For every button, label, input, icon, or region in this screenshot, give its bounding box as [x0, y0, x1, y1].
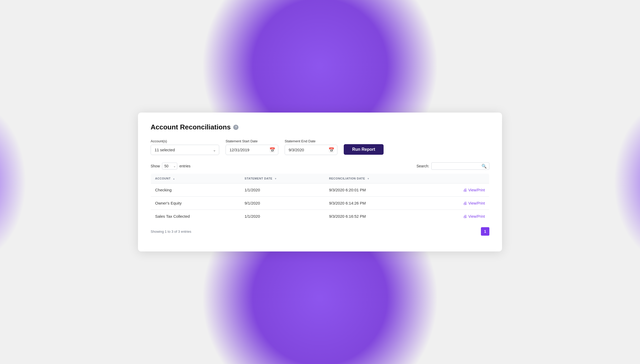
- end-date-label: Statement End Date: [285, 139, 337, 143]
- table-row: Checking 1/1/2020 9/3/2020 6:20:01 PM 🖨 …: [151, 183, 489, 197]
- cell-action: 🖨 View/Print: [426, 183, 489, 197]
- cell-reconciliation-date: 9/3/2020 6:14:26 PM: [325, 197, 426, 210]
- main-card: Account Reconciliations ? Account(s) 11 …: [138, 113, 502, 251]
- start-date-filter-group: Statement Start Date 📅: [226, 139, 278, 155]
- cell-reconciliation-date: 9/3/2020 6:16:52 PM: [325, 210, 426, 223]
- reconciliation-date-sort-icon: ▼: [367, 177, 369, 180]
- page-title: Account Reconciliations: [151, 123, 231, 131]
- view-print-link[interactable]: 🖨 View/Print: [463, 188, 485, 192]
- printer-icon: 🖨: [463, 214, 467, 219]
- accounts-select-wrapper: 11 selected ⌄: [151, 145, 219, 155]
- printer-icon: 🖨: [463, 201, 467, 205]
- page-title-row: Account Reconciliations ?: [151, 123, 489, 131]
- end-date-wrapper: 📅: [285, 145, 337, 155]
- accounts-filter-group: Account(s) 11 selected ⌄: [151, 139, 219, 155]
- show-label: Show: [151, 164, 160, 168]
- col-statement-date-label: STATEMENT DATE: [245, 177, 272, 180]
- cell-statement-date: 9/1/2020: [240, 197, 325, 210]
- cell-action: 🖨 View/Print: [426, 197, 489, 210]
- view-print-link[interactable]: 🖨 View/Print: [463, 201, 485, 205]
- table-row: Sales Tax Collected 1/1/2020 9/3/2020 6:…: [151, 210, 489, 223]
- view-print-link[interactable]: 🖨 View/Print: [463, 214, 485, 219]
- start-date-input[interactable]: [226, 145, 278, 155]
- cell-account: Sales Tax Collected: [151, 210, 241, 223]
- filters-row: Account(s) 11 selected ⌄ Statement Start…: [151, 139, 489, 155]
- col-reconciliation-date[interactable]: RECONCILIATION DATE ▼: [325, 174, 426, 183]
- search-label: Search:: [417, 164, 429, 168]
- help-icon[interactable]: ?: [233, 125, 238, 130]
- entries-select[interactable]: 10 25 50 100: [162, 163, 177, 169]
- search-wrapper: 🔍: [431, 162, 489, 170]
- accounts-select[interactable]: 11 selected: [151, 145, 219, 155]
- statement-date-sort-icon: ▼: [274, 177, 277, 180]
- cell-statement-date: 1/1/2020: [240, 210, 325, 223]
- data-table: ACCOUNT ▲ STATEMENT DATE ▼ RECONCILIATIO…: [151, 173, 489, 223]
- table-row: Owner's Equity 9/1/2020 9/3/2020 6:14:26…: [151, 197, 489, 210]
- search-row: Search: 🔍: [417, 162, 489, 170]
- col-account[interactable]: ACCOUNT ▲: [151, 174, 241, 183]
- col-reconciliation-date-label: RECONCILIATION DATE: [329, 177, 365, 180]
- table-header: ACCOUNT ▲ STATEMENT DATE ▼ RECONCILIATIO…: [151, 174, 489, 183]
- cell-reconciliation-date: 9/3/2020 6:20:01 PM: [325, 183, 426, 197]
- show-entries-group: Show 10 25 50 100 ⌄ entries: [151, 163, 190, 169]
- showing-text: Showing 1 to 3 of 3 entries: [151, 230, 191, 234]
- col-action: [426, 174, 489, 183]
- table-controls: Show 10 25 50 100 ⌄ entries Search: 🔍: [151, 162, 489, 170]
- cell-statement-date: 1/1/2020: [240, 183, 325, 197]
- accounts-label: Account(s): [151, 139, 219, 143]
- page-1-button[interactable]: 1: [481, 227, 489, 236]
- col-statement-date[interactable]: STATEMENT DATE ▼: [240, 174, 325, 183]
- col-account-label: ACCOUNT: [155, 177, 171, 180]
- search-input[interactable]: [431, 162, 489, 170]
- end-date-filter-group: Statement End Date 📅: [285, 139, 337, 155]
- cell-account: Owner's Equity: [151, 197, 241, 210]
- pagination: 1: [481, 227, 489, 236]
- cell-action: 🖨 View/Print: [426, 210, 489, 223]
- cell-account: Checking: [151, 183, 241, 197]
- account-sort-icon: ▲: [173, 177, 175, 180]
- run-report-button[interactable]: Run Report: [344, 144, 384, 155]
- printer-icon: 🖨: [463, 188, 467, 192]
- entries-label: entries: [179, 164, 190, 168]
- table-footer: Showing 1 to 3 of 3 entries 1: [151, 227, 489, 236]
- end-date-input[interactable]: [285, 145, 337, 155]
- table-body: Checking 1/1/2020 9/3/2020 6:20:01 PM 🖨 …: [151, 183, 489, 223]
- start-date-label: Statement Start Date: [226, 139, 278, 143]
- entries-select-wrapper: 10 25 50 100 ⌄: [162, 163, 177, 169]
- start-date-wrapper: 📅: [226, 145, 278, 155]
